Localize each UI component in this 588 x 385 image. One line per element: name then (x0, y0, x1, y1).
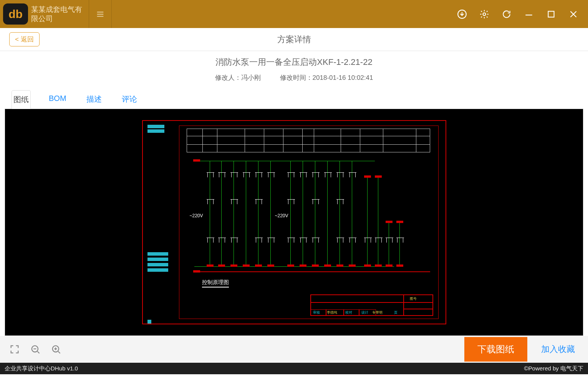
close-icon[interactable] (568, 9, 579, 20)
tab-bom[interactable]: BOM (47, 90, 68, 109)
tab-drawing[interactable]: 图纸 (12, 90, 31, 109)
minimize-icon[interactable] (523, 9, 534, 20)
footer-left: 企业共享设计中心DHub v1.0 (5, 365, 78, 372)
zoom-in-icon[interactable] (51, 344, 61, 355)
footer-right: ©Powered by 电气天下 (524, 365, 583, 372)
zoom-out-icon[interactable] (30, 344, 41, 355)
voltage-label-left: ~220V (190, 213, 203, 218)
plan-modtime: 修改时间：2018-01-16 10:02:41 (280, 73, 373, 82)
svg-point-1 (483, 13, 486, 15)
plan-meta: 修改人：冯小刚 修改时间：2018-01-16 10:02:41 (0, 73, 588, 82)
plan-title: 消防水泵一用一备全压启动XKF-1-2.21-22 (0, 56, 588, 68)
page-title: 方案详情 (0, 34, 588, 45)
tab-desc[interactable]: 描述 (84, 90, 104, 109)
download-icon[interactable] (457, 9, 467, 20)
voltage-label-right: ~220V (275, 213, 288, 218)
drawing-viewport[interactable]: ~220V ~220V 控制原理图 审核 李德纯 校对 设计 专带明 页 (5, 109, 583, 335)
svg-rect-2 (548, 11, 554, 17)
back-button[interactable]: < 返回 (9, 32, 40, 46)
fullscreen-icon[interactable] (9, 344, 20, 355)
schematic-title: 控制原理图 (202, 279, 229, 288)
gear-icon[interactable] (479, 9, 490, 20)
window-controls (457, 9, 584, 20)
logo-glyph: db (8, 8, 23, 21)
menu-toggle[interactable] (89, 0, 112, 28)
cad-schematic: ~220V ~220V 控制原理图 审核 李德纯 校对 设计 专带明 页 (137, 115, 452, 330)
plan-header: 消防水泵一用一备全压启动XKF-1-2.21-22 修改人：冯小刚 修改时间：2… (0, 51, 588, 85)
drawing-panel: ~220V ~220V 控制原理图 审核 李德纯 校对 设计 专带明 页 (5, 109, 583, 336)
titlebar: db 某某成套电气有限公司 (0, 0, 588, 28)
footer: 企业共享设计中心DHub v1.0 ©Powered by 电气天下 (0, 363, 588, 374)
tabs: 图纸 BOM 描述 评论 (0, 90, 588, 109)
page-header-row: < 返回 方案详情 (0, 28, 588, 51)
maximize-icon[interactable] (546, 9, 557, 20)
plan-modifier: 修改人：冯小刚 (215, 73, 261, 82)
add-favorite-link[interactable]: 加入收藏 (537, 344, 579, 355)
company-name: 某某成套电气有限公司 (31, 5, 89, 23)
app-logo: db (3, 3, 28, 25)
action-bar: 下载图纸 加入收藏 (0, 336, 588, 363)
download-drawing-button[interactable]: 下载图纸 (464, 337, 527, 362)
refresh-icon[interactable] (501, 9, 512, 20)
tab-comments[interactable]: 评论 (120, 90, 139, 109)
